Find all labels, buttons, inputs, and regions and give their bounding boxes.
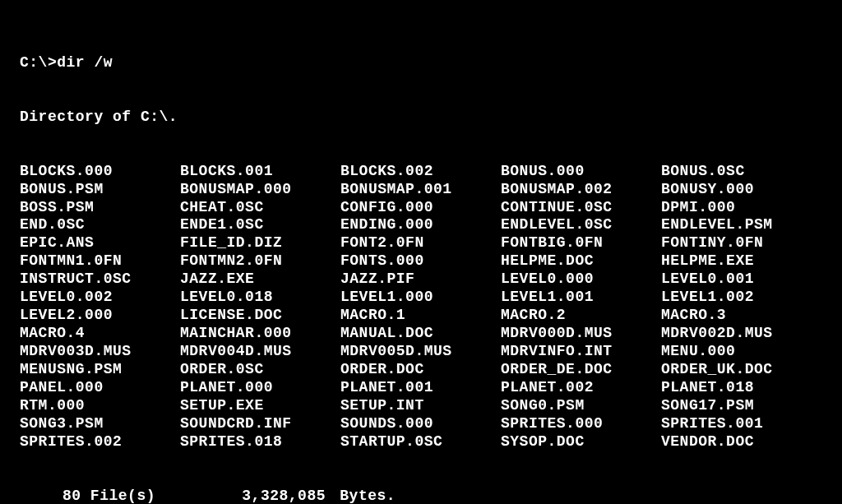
file-entry: SPRITES.018 <box>180 433 340 451</box>
file-entry: MANUAL.DOC <box>340 325 501 343</box>
file-row: INSTRUCT.0SCJAZZ.EXEJAZZ.PIFLEVEL0.000LE… <box>20 270 822 289</box>
file-entry: ORDER_UK.DOC <box>661 361 821 379</box>
file-entry: ENDING.000 <box>340 216 501 234</box>
file-entry: END.0SC <box>20 216 180 234</box>
file-entry: PANEL.000 <box>20 379 180 397</box>
file-entry: SETUP.EXE <box>180 397 340 415</box>
directory-header: Directory of C:\. <box>20 109 822 127</box>
command-line: C:\>dir /w <box>20 54 822 72</box>
file-entry: LEVEL0.000 <box>501 270 661 289</box>
file-entry: BOSS.PSM <box>20 199 180 217</box>
file-entry: LEVEL1.002 <box>661 289 821 307</box>
file-entry: SPRITES.001 <box>661 415 821 433</box>
file-entry: SONG3.PSM <box>20 415 180 433</box>
file-entry: HELPME.EXE <box>661 252 821 270</box>
file-row: MACRO.4MAINCHAR.000MANUAL.DOCMDRV000D.MU… <box>20 325 822 343</box>
file-entry: BONUSY.000 <box>661 181 821 199</box>
file-entry: JAZZ.EXE <box>180 270 340 289</box>
file-entry: CONFIG.000 <box>340 199 501 217</box>
file-entry: JAZZ.PIF <box>340 270 501 289</box>
file-row: LEVEL0.002LEVEL0.018LEVEL1.000LEVEL1.001… <box>20 289 822 307</box>
file-row: LEVEL2.000LICENSE.DOCMACRO.1MACRO.2MACRO… <box>20 307 822 325</box>
file-listing: BLOCKS.000BLOCKS.001BLOCKS.002BONUS.000B… <box>20 163 822 451</box>
file-entry: BONUSMAP.000 <box>180 181 340 199</box>
file-entry: FONTS.000 <box>340 252 501 270</box>
file-entry: MDRV004D.MUS <box>180 343 340 361</box>
file-entry: MACRO.3 <box>661 307 821 325</box>
file-entry: LEVEL0.001 <box>661 270 821 289</box>
file-entry: RTM.000 <box>20 397 180 415</box>
file-entry: MDRV005D.MUS <box>340 343 501 361</box>
file-entry: ORDER.0SC <box>180 361 340 379</box>
file-entry: VENDOR.DOC <box>661 433 821 451</box>
file-entry: LICENSE.DOC <box>180 307 340 325</box>
file-entry: EPIC.ANS <box>20 234 180 252</box>
file-entry: CONTINUE.0SC <box>501 199 661 217</box>
file-entry: SONG17.PSM <box>661 397 821 415</box>
file-entry: LEVEL0.018 <box>180 289 340 307</box>
file-entry: MACRO.1 <box>340 307 501 325</box>
file-entry: PLANET.018 <box>661 379 821 397</box>
bytes-used: 3,328,085 <box>155 488 331 504</box>
file-entry: STARTUP.0SC <box>340 433 501 451</box>
bytes-label: Bytes. <box>331 488 822 504</box>
file-entry: SPRITES.002 <box>20 433 180 451</box>
file-row: SPRITES.002SPRITES.018STARTUP.0SCSYSOP.D… <box>20 433 822 451</box>
file-entry: SYSOP.DOC <box>501 433 661 451</box>
file-entry: LEVEL2.000 <box>20 307 180 325</box>
file-entry: HELPME.DOC <box>501 252 661 270</box>
file-entry: LEVEL1.000 <box>340 289 501 307</box>
file-row: SONG3.PSMSOUNDCRD.INFSOUNDS.000SPRITES.0… <box>20 415 822 433</box>
file-entry: MDRVINFO.INT <box>501 343 661 361</box>
file-entry: MENU.000 <box>661 343 821 361</box>
file-entry: MENUSNG.PSM <box>20 361 180 379</box>
file-entry: PLANET.001 <box>340 379 501 397</box>
file-row: RTM.000SETUP.EXESETUP.INTSONG0.PSMSONG17… <box>20 397 822 415</box>
file-entry: INSTRUCT.0SC <box>20 270 180 289</box>
file-entry: ORDER.DOC <box>340 361 501 379</box>
file-row: END.0SCENDE1.0SCENDING.000ENDLEVEL.0SCEN… <box>20 216 822 234</box>
file-row: BONUS.PSMBONUSMAP.000BONUSMAP.001BONUSMA… <box>20 181 822 199</box>
file-entry: BONUS.PSM <box>20 181 180 199</box>
file-entry: CHEAT.0SC <box>180 199 340 217</box>
file-entry: BLOCKS.000 <box>20 163 180 181</box>
file-entry: FONT2.0FN <box>340 234 501 252</box>
file-entry: ORDER_DE.DOC <box>501 361 661 379</box>
file-entry: FILE_ID.DIZ <box>180 234 340 252</box>
file-entry: LEVEL0.002 <box>20 289 180 307</box>
file-row: BOSS.PSMCHEAT.0SCCONFIG.000CONTINUE.0SCD… <box>20 199 822 217</box>
file-row: BLOCKS.000BLOCKS.001BLOCKS.002BONUS.000B… <box>20 163 822 181</box>
file-entry: FONTINY.0FN <box>661 234 821 252</box>
file-entry: FONTBIG.0FN <box>501 234 661 252</box>
file-row: MENUSNG.PSMORDER.0SCORDER.DOCORDER_DE.DO… <box>20 361 822 379</box>
file-row: FONTMN1.0FNFONTMN2.0FNFONTS.000HELPME.DO… <box>20 252 822 270</box>
file-entry: BLOCKS.002 <box>340 163 501 181</box>
file-entry: FONTMN2.0FN <box>180 252 340 270</box>
file-entry: BONUSMAP.001 <box>340 181 501 199</box>
file-entry: MACRO.4 <box>20 325 180 343</box>
file-entry: ENDE1.0SC <box>180 216 340 234</box>
file-entry: MDRV003D.MUS <box>20 343 180 361</box>
file-entry: MDRV000D.MUS <box>501 325 661 343</box>
file-row: PANEL.000PLANET.000PLANET.001PLANET.002P… <box>20 379 822 397</box>
terminal-output: C:\>dir /w Directory of C:\. BLOCKS.000B… <box>20 18 822 504</box>
file-count: 80 File(s) <box>20 488 155 504</box>
file-entry: PLANET.000 <box>180 379 340 397</box>
file-entry: SOUNDCRD.INF <box>180 415 340 433</box>
file-entry: SPRITES.000 <box>501 415 661 433</box>
file-entry: BONUS.0SC <box>661 163 821 181</box>
file-entry: SETUP.INT <box>340 397 501 415</box>
file-entry: LEVEL1.001 <box>501 289 661 307</box>
file-entry: PLANET.002 <box>501 379 661 397</box>
file-entry: ENDLEVEL.PSM <box>661 216 821 234</box>
file-entry: DPMI.000 <box>661 199 821 217</box>
file-entry: SOUNDS.000 <box>340 415 501 433</box>
file-entry: ENDLEVEL.0SC <box>501 216 661 234</box>
file-entry: FONTMN1.0FN <box>20 252 180 270</box>
file-entry: BONUSMAP.002 <box>501 181 661 199</box>
file-entry: MDRV002D.MUS <box>661 325 821 343</box>
file-entry: BONUS.000 <box>501 163 661 181</box>
file-row: MDRV003D.MUSMDRV004D.MUSMDRV005D.MUSMDRV… <box>20 343 822 361</box>
file-entry: BLOCKS.001 <box>180 163 340 181</box>
file-entry: MAINCHAR.000 <box>180 325 340 343</box>
